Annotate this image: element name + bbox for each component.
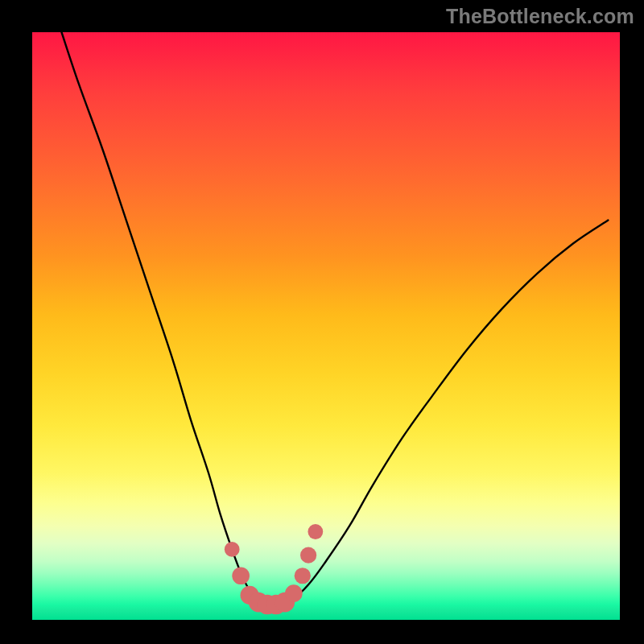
curve-marker <box>232 567 250 584</box>
curve-markers <box>225 524 323 614</box>
curve-marker <box>300 547 316 564</box>
curve-marker <box>225 542 240 557</box>
curve-marker <box>285 584 303 602</box>
chart-frame: TheBottleneck.com <box>0 0 644 644</box>
watermark-text: TheBottleneck.com <box>446 5 634 28</box>
curve-marker <box>295 568 311 584</box>
curve-layer <box>32 32 620 620</box>
bottleneck-curve <box>62 32 609 605</box>
curve-marker <box>308 524 323 539</box>
